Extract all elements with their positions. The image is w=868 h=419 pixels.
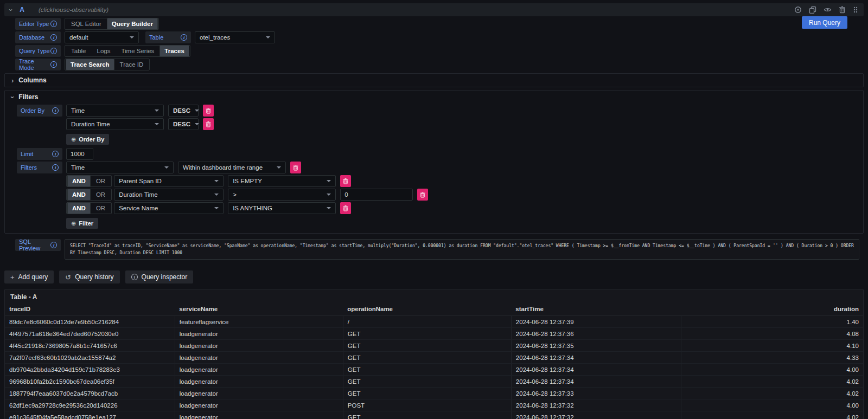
database-select[interactable]: default [65,31,139,43]
cell-traceID[interactable]: 4f45c21918c73698057a8b1c741657c6 [5,340,175,352]
bool-operator-option[interactable]: AND [67,189,91,201]
cell-traceID[interactable]: 96968b10fa2b2c1590bc67dea06ef35f [5,376,175,388]
column-header-operationName[interactable]: operationName [343,304,511,316]
cell-traceID[interactable]: 7a2f07ecf63c60b1029ab2ac155874a2 [5,352,175,364]
editor-type-option[interactable]: SQL Editor [66,19,107,29]
chevron-right-icon: › [11,76,14,85]
query-type-option[interactable]: Table [66,46,92,56]
filter-rows: FiltersiTimeWithin dashboard time rangeA… [17,162,863,214]
cell-traceID[interactable]: 62df1ec9a29728c9e29536c20d140226 [5,399,175,411]
cell-duration: 4.10 [681,340,863,352]
chevron-down-icon: › [9,96,17,98]
cell-traceID[interactable]: e91c3645f04fa5e58adcd0758e1ea127 [5,411,175,419]
filter-operator-select[interactable]: Within dashboard time range [178,162,286,173]
filter-operator-select[interactable]: > [228,189,336,201]
query-type-label: Query Type i [15,45,61,57]
cell-operationName: GET [343,328,511,340]
query-type-option[interactable]: Time Series [116,46,159,56]
chevron-down-icon [327,180,331,182]
order-by-direction-select[interactable]: DESC [168,118,199,130]
query-row-header[interactable]: › A (clickhouse-observability) [4,3,864,16]
filter-field-select[interactable]: Service Name [114,202,224,214]
chevron-down-icon [164,166,169,169]
trace-mode-option[interactable]: Trace Search [66,59,114,70]
table-row: db9704a2bbda34204d159c71b78283e3loadgene… [5,364,863,376]
bool-operator-option[interactable]: OR [91,203,111,213]
columns-section-header[interactable]: › Columns [5,74,863,87]
table-row: 4f45c21918c73698057a8b1c741657c6loadgene… [5,340,863,352]
column-header-duration[interactable]: duration [681,304,863,316]
cell-traceID[interactable]: 1887794f7eaa6037d0e2a4579bcd7acb [5,388,175,399]
delete-filter-button[interactable] [340,202,351,214]
chevron-down-icon [277,166,281,169]
filters-section-header[interactable]: › Filters [5,91,863,104]
filter-field-select[interactable]: Parent Span ID [114,175,224,187]
limit-input[interactable] [66,148,93,160]
order-by-field-select[interactable]: Time [66,105,164,117]
column-header-traceID[interactable]: traceID [5,304,175,316]
editor-type-label: Editor Type i [15,18,61,30]
order-by-field-select[interactable]: Duration Time [66,118,164,130]
drag-handle-icon[interactable] [853,6,858,14]
filter-condition-row: ANDORParent Span IDIS EMPTY [17,175,863,187]
filter-value-input[interactable] [340,189,413,201]
hide-response-eye-icon[interactable] [824,6,832,14]
query-builder-form: Editor Type i SQL EditorQuery Builder Da… [4,16,864,70]
cell-traceID[interactable]: 89dc7e8c6060c0d12de7e9b50c216284 [5,316,175,328]
delete-order-by-button[interactable] [203,105,214,117]
info-icon: i [50,34,57,41]
filter-field-select[interactable]: Duration Time [114,189,224,201]
query-inspector-button[interactable]: i Query inspector [125,270,194,283]
add-order-by-button[interactable]: ⊕ Order By [66,134,109,145]
filter-operator-select[interactable]: IS ANYTHING [228,202,336,214]
collapse-chevron-icon[interactable]: › [7,9,15,11]
bool-operator-toggle: ANDOR [66,189,112,201]
editor-type-row: Editor Type i SQL EditorQuery Builder [15,18,864,30]
column-header-serviceName[interactable]: serviceName [175,304,343,316]
filter-field-select[interactable]: Time [66,162,174,173]
add-filter-button[interactable]: ⊕ Filter [66,218,98,229]
bool-operator-option[interactable]: AND [67,202,91,214]
cell-traceID[interactable]: 4f497571a618e364ed7ded60752030e0 [5,328,175,340]
bool-operator-option[interactable]: OR [91,190,111,199]
sql-preview-row: SQL Preview i SELECT "TraceId" as traceI… [15,239,864,260]
order-by-row: Order ByiTimeDESC [17,105,863,117]
filters-section: › Filters Order ByiTimeDESCDuration Time… [4,90,864,234]
editor-type-option[interactable]: Query Builder [107,18,158,30]
bool-operator-option[interactable]: AND [67,175,91,187]
trace-mode-option[interactable]: Trace ID [114,60,149,69]
cell-traceID[interactable]: db9704a2bbda34204d159c71b78283e3 [5,364,175,376]
order-by-direction-select[interactable]: DESC [168,105,199,117]
query-editor-card: › A (clickhouse-observability) Run Query… [4,3,864,260]
duplicate-query-icon[interactable] [809,6,816,14]
query-history-button[interactable]: ↺ Query history [59,270,119,283]
filter-operator-select-value: > [233,191,237,198]
delete-order-by-button[interactable] [203,118,214,130]
delete-filter-button[interactable] [417,189,428,201]
history-icon: ↺ [65,273,71,281]
delete-filter-button[interactable] [340,175,351,187]
delete-filter-button[interactable] [290,162,301,173]
add-query-button[interactable]: + Add query [4,270,54,283]
cell-serviceName: loadgenerator [175,399,343,411]
cell-serviceName: featureflagservice [175,316,343,328]
remove-query-trash-icon[interactable] [839,6,846,14]
filter-condition-row: ANDORService NameIS ANYTHING [17,202,863,214]
panel-title: Table - A [5,289,863,304]
filter-operator-select[interactable]: IS EMPTY [228,175,336,187]
editor-type-toggle: SQL EditorQuery Builder [65,18,159,30]
bool-operator-option[interactable]: OR [91,176,111,186]
chevron-down-icon [195,109,199,112]
table-header-row: traceIDserviceNameoperationNamestartTime… [5,304,863,316]
cell-operationName: POST [343,399,511,411]
table-select[interactable]: otel_traces [195,31,275,43]
chevron-down-icon [327,207,331,209]
column-header-startTime[interactable]: startTime [511,304,681,316]
query-type-option[interactable]: Traces [159,45,189,57]
run-query-button[interactable]: Run Query [802,16,847,29]
query-type-option[interactable]: Logs [92,46,116,56]
cell-duration: 4.00 [681,399,863,411]
cell-operationName: GET [343,352,511,364]
filter-operator-select-value: IS ANYTHING [233,205,272,211]
circle-dot-icon[interactable] [794,6,802,14]
